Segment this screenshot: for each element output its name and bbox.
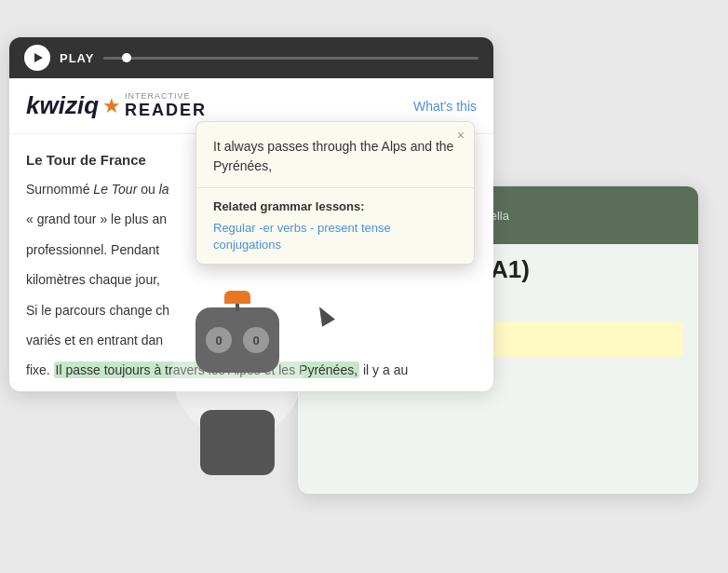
- robot-antenna: [224, 291, 250, 311]
- tooltip-grammar: Related grammar lessons: Regular -er ver…: [196, 188, 474, 264]
- robot-body: [200, 410, 275, 475]
- para4-suffix: il y a au: [359, 362, 408, 377]
- para1-text: Surnommé Le Tour ou la: [26, 182, 169, 197]
- robot-illustration: 0 0: [172, 307, 303, 457]
- para4-prefix: fixe.: [26, 362, 54, 377]
- antenna-stem: [236, 304, 239, 311]
- brand-logo: kwiziq ★ interactive READER: [26, 91, 207, 120]
- antenna-hat: [224, 291, 250, 304]
- robot-eye-right: 0: [243, 327, 269, 353]
- tooltip-translation: It always passes through the Alps and th…: [196, 122, 474, 188]
- brand-right: interactive READER: [125, 92, 207, 120]
- tooltip-popup: × It always passes through the Alps and …: [195, 121, 475, 265]
- tooltip-grammar-title: Related grammar lessons:: [213, 199, 457, 213]
- robot-eye-left: 0: [206, 327, 232, 353]
- whats-this-link[interactable]: What's this: [413, 99, 477, 114]
- brand-star-icon: ★: [102, 94, 121, 118]
- brand-kwiziq: kwiziq: [26, 91, 99, 120]
- para1-italic: Le Tour: [93, 182, 137, 197]
- play-button-icon: [34, 53, 43, 62]
- article-para-2b: kilomètres chaque jour,: [26, 269, 477, 290]
- progress-dot: [122, 53, 131, 62]
- tooltip-close-button[interactable]: ×: [457, 128, 465, 143]
- tooltip-grammar-link[interactable]: Regular -er verbs - present tense conjug…: [213, 221, 391, 252]
- robot-head: 0 0: [195, 307, 279, 373]
- audio-bar: PLAY: [9, 37, 493, 78]
- play-button[interactable]: [24, 45, 50, 71]
- brand-reader: READER: [125, 102, 207, 120]
- play-label: PLAY: [60, 51, 94, 65]
- progress-bar[interactable]: [103, 57, 479, 60]
- para1-italic2: la: [159, 182, 169, 197]
